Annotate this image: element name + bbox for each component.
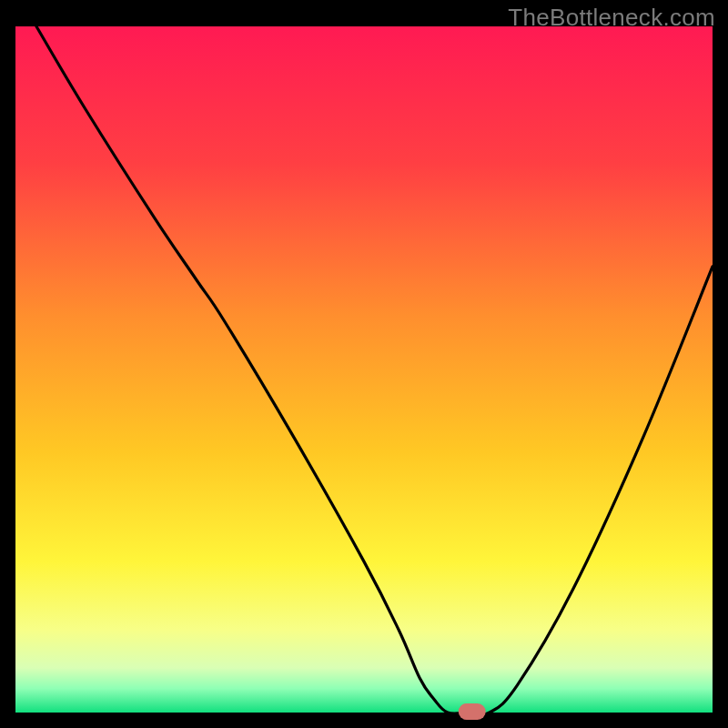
bottleneck-chart (0, 0, 728, 728)
chart-stage: TheBottleneck.com (0, 0, 728, 728)
optimal-marker (459, 703, 486, 720)
watermark-text: TheBottleneck.com (508, 4, 715, 32)
svg-rect-0 (15, 26, 713, 713)
